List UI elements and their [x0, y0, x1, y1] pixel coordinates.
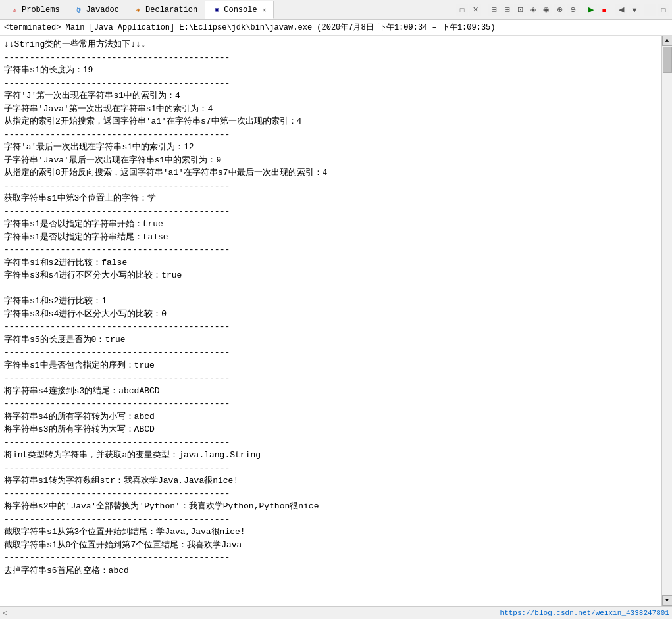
- maximize-btn[interactable]: □: [658, 4, 669, 16]
- scrollbar-track[interactable]: [663, 47, 672, 595]
- problems-icon: ⚠: [10, 5, 19, 14]
- console-wrapper: ↓↓String类的一些常用方法如下↓↓↓ ------------------…: [0, 36, 672, 606]
- tab-problems[interactable]: ⚠ Problems: [3, 1, 67, 19]
- select-all-btn[interactable]: ⊡: [514, 4, 526, 16]
- scroll-down-btn[interactable]: ▼: [662, 595, 673, 606]
- scroll-left-btn[interactable]: ◁: [3, 608, 7, 617]
- status-bar: <terminated> Main [Java Application] E:\…: [0, 20, 672, 36]
- scrollbar[interactable]: ▲ ▼: [661, 36, 672, 606]
- forward-btn[interactable]: ▼: [629, 4, 640, 16]
- scroll-up-btn[interactable]: ▲: [662, 36, 673, 46]
- scrollbar-thumb[interactable]: [663, 47, 672, 73]
- stop-btn[interactable]: ■: [598, 4, 610, 16]
- close-btn[interactable]: ✕: [469, 4, 481, 16]
- tab-declaration[interactable]: ◈ Declaration: [126, 1, 205, 19]
- status-text: <terminated> Main [Java Application] E:\…: [4, 23, 496, 32]
- save-btn[interactable]: ◉: [540, 4, 552, 16]
- collapse-btn[interactable]: —: [644, 4, 656, 16]
- console-text: ↓↓String类的一些常用方法如下↓↓↓ ------------------…: [4, 38, 658, 577]
- blog-link[interactable]: https://blog.csdn.net/weixin_4338247801: [500, 609, 669, 617]
- tab-javadoc-label: Javadoc: [86, 5, 119, 14]
- tab-javadoc[interactable]: @ Javadoc: [67, 1, 126, 19]
- tab-declaration-label: Declaration: [145, 5, 197, 14]
- minimize-btn[interactable]: □: [456, 4, 468, 16]
- tab-console-label: Console: [224, 5, 257, 14]
- toolbar-right: □ ✕ ⊟ ⊞ ⊡ ◈ ◉ ⊕ ⊖ ▶ ■ ◀ ▼ — □: [456, 4, 669, 16]
- tab-console[interactable]: ▣ Console ✕: [205, 1, 273, 19]
- tab-problems-label: Problems: [22, 5, 60, 14]
- tab-bar: ⚠ Problems @ Javadoc ◈ Declaration ▣ Con…: [0, 0, 672, 20]
- console-output[interactable]: ↓↓String类的一些常用方法如下↓↓↓ ------------------…: [0, 36, 661, 606]
- save-as-btn[interactable]: ⊕: [554, 4, 565, 16]
- open-file-btn[interactable]: ◈: [527, 4, 539, 16]
- copy-btn[interactable]: ⊟: [488, 4, 500, 16]
- print-btn[interactable]: ⊖: [567, 4, 579, 16]
- run-btn[interactable]: ▶: [585, 4, 597, 16]
- declaration-icon: ◈: [134, 5, 143, 14]
- close-tab-icon[interactable]: ✕: [263, 6, 267, 14]
- console-icon: ▣: [212, 5, 221, 14]
- back-btn[interactable]: ◀: [615, 4, 627, 16]
- paste-btn[interactable]: ⊞: [501, 4, 513, 16]
- bottom-bar: ◁ https://blog.csdn.net/weixin_433824780…: [0, 606, 672, 619]
- javadoc-icon: @: [74, 5, 84, 14]
